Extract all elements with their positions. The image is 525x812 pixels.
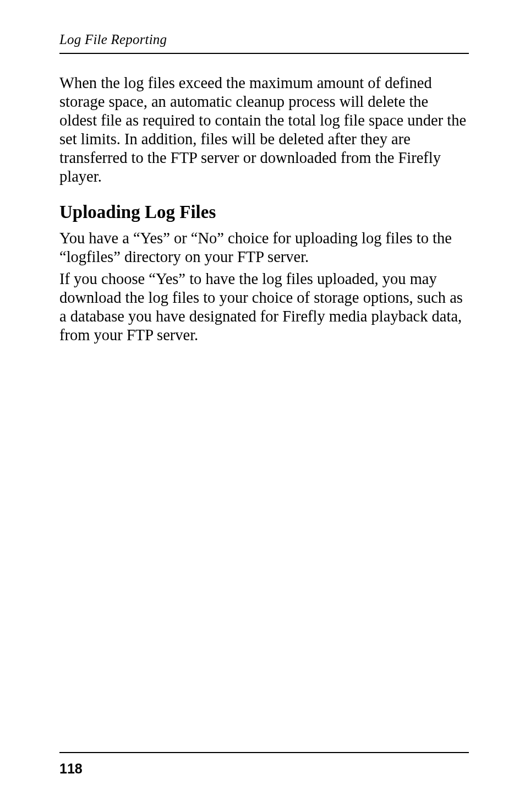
page-number: 118 (59, 761, 469, 777)
page: Log File Reporting When the log files ex… (0, 0, 525, 812)
body-paragraph-2: You have a “Yes” or “No” choice for uplo… (59, 229, 469, 266)
body-paragraph-1: When the log files exceed the maximum am… (59, 74, 469, 186)
running-header: Log File Reporting (59, 32, 469, 47)
header-rule (59, 53, 469, 54)
page-footer: 118 (59, 752, 469, 777)
footer-rule (59, 752, 469, 753)
body-paragraph-3: If you choose “Yes” to have the log file… (59, 270, 469, 345)
section-heading-uploading-log-files: Uploading Log Files (59, 202, 469, 222)
